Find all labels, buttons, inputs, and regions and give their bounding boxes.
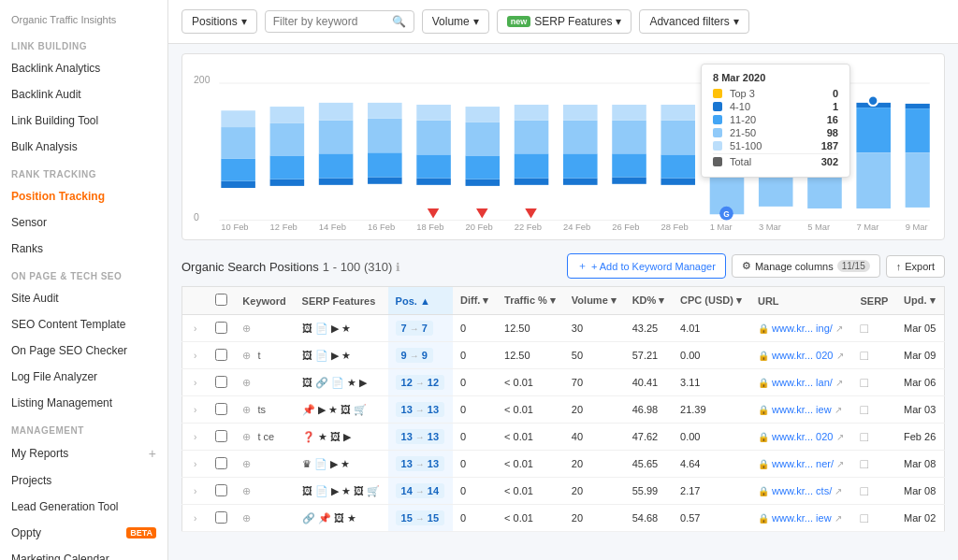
serp-col-cell[interactable]: □ xyxy=(852,342,896,369)
filter-keyword-input[interactable] xyxy=(273,15,388,28)
row-checkbox[interactable] xyxy=(215,511,227,524)
sidebar-item-backlink-analytics[interactable]: Backlink Analytics xyxy=(0,55,167,81)
checkbox-cell[interactable] xyxy=(208,342,235,369)
expand-icon[interactable]: › xyxy=(190,511,200,525)
row-checkbox[interactable] xyxy=(215,457,227,469)
upd-col-header[interactable]: Upd. ▾ xyxy=(896,287,944,315)
expand-icon[interactable]: › xyxy=(190,457,200,471)
external-link-icon[interactable]: ↗ xyxy=(835,378,843,388)
expand-btn-cell[interactable]: › xyxy=(182,505,209,532)
add-keyword-btn[interactable]: ⊕ xyxy=(242,512,251,524)
sidebar-item-position-tracking[interactable]: Position Tracking xyxy=(0,183,167,209)
expand-icon[interactable]: › xyxy=(190,403,200,417)
serp-col-cell[interactable]: □ xyxy=(852,424,896,451)
url-link[interactable]: www.kr... iew xyxy=(772,404,832,415)
row-checkbox[interactable] xyxy=(215,322,227,334)
sidebar-item-ranks[interactable]: Ranks xyxy=(0,236,167,262)
url-link[interactable]: www.kr... ner/ xyxy=(772,458,834,469)
serp-screenshot-icon[interactable]: □ xyxy=(860,348,867,363)
sidebar-item-sensor[interactable]: Sensor xyxy=(0,209,167,236)
serp-features-dropdown[interactable]: new SERP Features ▾ xyxy=(497,9,632,34)
traffic-col-header[interactable]: Traffic % ▾ xyxy=(497,287,564,315)
checkbox-cell[interactable] xyxy=(208,451,235,478)
serp-col-cell[interactable]: □ xyxy=(852,369,896,396)
row-checkbox[interactable] xyxy=(215,376,227,388)
add-keyword-btn[interactable]: ⊕ xyxy=(242,377,251,388)
serp-screenshot-icon[interactable]: □ xyxy=(860,402,867,417)
filter-input-wrapper[interactable]: 🔍 xyxy=(265,10,414,33)
expand-icon[interactable]: › xyxy=(190,484,200,498)
serp-col-cell[interactable]: □ xyxy=(852,451,896,478)
select-all-checkbox[interactable] xyxy=(215,294,227,306)
add-keyword-manager-button[interactable]: ＋ + Add to Keyword Manager xyxy=(567,253,726,279)
url-link[interactable]: www.kr... iew xyxy=(772,512,832,524)
serp-col-cell[interactable]: □ xyxy=(852,505,896,532)
url-link[interactable]: www.kr... 020 xyxy=(772,431,833,442)
expand-btn-cell[interactable]: › xyxy=(182,396,209,424)
sidebar-item-log-file-analyzer[interactable]: Log File Analyzer xyxy=(0,364,167,390)
add-keyword-btn[interactable]: ⊕ xyxy=(242,323,251,334)
expand-btn-cell[interactable]: › xyxy=(182,451,209,478)
expand-btn-cell[interactable]: › xyxy=(182,342,209,369)
url-link[interactable]: www.kr... lan/ xyxy=(772,377,833,388)
cpc-col-header[interactable]: CPC (USD) ▾ xyxy=(673,287,750,315)
serp-features-col-header[interactable]: SERP Features xyxy=(295,287,388,315)
row-checkbox[interactable] xyxy=(215,484,227,496)
add-report-icon[interactable]: + xyxy=(149,446,156,461)
row-checkbox[interactable] xyxy=(215,430,227,442)
url-link[interactable]: www.kr... 020 xyxy=(772,350,833,361)
kd-col-header[interactable]: KD% ▾ xyxy=(625,287,673,315)
add-keyword-btn[interactable]: ⊕ xyxy=(242,485,251,496)
serp-screenshot-icon[interactable]: □ xyxy=(860,429,867,444)
pos-col-header[interactable]: Pos. ▲ xyxy=(388,287,453,315)
external-link-icon[interactable]: ↗ xyxy=(835,405,842,415)
sidebar-item-marketing-calendar[interactable]: Marketing Calendar xyxy=(0,546,167,560)
manage-columns-button[interactable]: ⚙ Manage columns 11/15 xyxy=(732,254,880,278)
add-keyword-btn[interactable]: ⊕ xyxy=(242,404,251,415)
expand-icon[interactable]: › xyxy=(190,376,200,390)
external-link-icon[interactable]: ↗ xyxy=(835,486,842,496)
sidebar-item-seo-content-template[interactable]: SEO Content Template xyxy=(0,311,167,337)
checkbox-cell[interactable] xyxy=(208,369,235,396)
row-checkbox[interactable] xyxy=(215,403,227,415)
checkbox-cell[interactable] xyxy=(208,505,235,532)
add-keyword-btn[interactable]: ⊕ xyxy=(242,350,251,361)
sidebar-item-my-reports[interactable]: My Reports + xyxy=(0,439,167,467)
advanced-filters-dropdown[interactable]: Advanced filters ▾ xyxy=(639,9,748,34)
row-checkbox[interactable] xyxy=(215,349,227,361)
add-keyword-btn[interactable]: ⊕ xyxy=(242,431,251,442)
sidebar-item-site-audit[interactable]: Site Audit xyxy=(0,285,167,311)
external-link-icon[interactable]: ↗ xyxy=(835,513,842,524)
diff-col-header[interactable]: Diff. ▾ xyxy=(453,287,497,315)
expand-btn-cell[interactable]: › xyxy=(182,478,209,505)
sidebar-item-oppty[interactable]: Oppty BETA xyxy=(0,520,167,546)
serp-col-cell[interactable]: □ xyxy=(852,396,896,424)
sidebar-top-item[interactable]: Organic Traffic Insights xyxy=(0,7,167,32)
volume-col-header[interactable]: Volume ▾ xyxy=(564,287,625,315)
keyword-col-header[interactable]: Keyword xyxy=(235,287,294,315)
export-button[interactable]: ↑ Export xyxy=(886,255,945,278)
checkbox-cell[interactable] xyxy=(208,478,235,505)
expand-btn-cell[interactable]: › xyxy=(182,315,209,342)
serp-screenshot-icon[interactable]: □ xyxy=(860,375,867,390)
external-link-icon[interactable]: ↗ xyxy=(836,459,844,469)
serp-screenshot-icon[interactable]: □ xyxy=(860,510,867,525)
external-link-icon[interactable]: ↗ xyxy=(835,323,843,334)
checkbox-cell[interactable] xyxy=(208,396,235,424)
serp-screenshot-icon[interactable]: □ xyxy=(860,321,867,336)
serp-col-cell[interactable]: □ xyxy=(852,315,896,342)
add-keyword-btn[interactable]: ⊕ xyxy=(242,458,251,469)
expand-btn-cell[interactable]: › xyxy=(182,369,209,396)
external-link-icon[interactable]: ↗ xyxy=(836,432,844,442)
sidebar-item-lead-generation[interactable]: Lead Generation Tool xyxy=(0,494,167,520)
checkbox-col-header[interactable] xyxy=(208,287,235,315)
serp-screenshot-icon[interactable]: □ xyxy=(860,483,867,498)
expand-btn-cell[interactable]: › xyxy=(182,424,209,451)
sidebar-item-projects[interactable]: Projects xyxy=(0,467,167,494)
sidebar-item-link-building-tool[interactable]: Link Building Tool xyxy=(0,108,167,134)
serp-col-cell[interactable]: □ xyxy=(852,478,896,505)
positions-dropdown[interactable]: Positions ▾ xyxy=(181,9,257,34)
serp-screenshot-icon[interactable]: □ xyxy=(860,456,867,471)
sidebar-item-backlink-audit[interactable]: Backlink Audit xyxy=(0,81,167,108)
url-link[interactable]: www.kr... ing/ xyxy=(772,323,833,334)
